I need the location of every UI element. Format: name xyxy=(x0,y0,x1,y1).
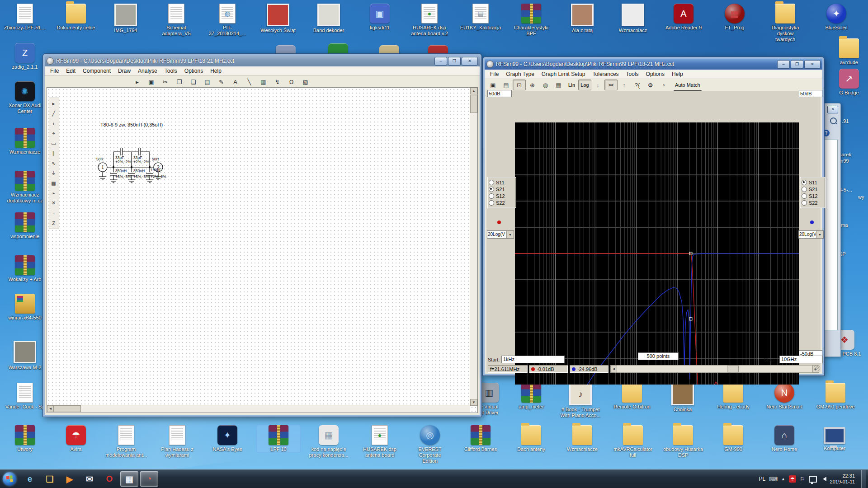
desktop-icon[interactable]: Plan Hadesu z wymiarami xyxy=(156,425,199,458)
close-button[interactable]: ✕ xyxy=(804,60,821,69)
stop-frequency-input[interactable]: 10GHz xyxy=(779,356,823,363)
toolbar-button-paste[interactable]: ❏ xyxy=(187,76,200,87)
menu-item[interactable]: Component xyxy=(79,67,114,75)
tool-button-zoom-out[interactable]: Z xyxy=(49,218,58,228)
desktop-icon[interactable]: Choinka xyxy=(661,383,704,413)
scrollbar-thumb[interactable] xyxy=(470,95,477,113)
menu-item[interactable]: File xyxy=(486,70,502,78)
menu-item[interactable]: Tolerances xyxy=(589,70,623,78)
toolbar-button-copy[interactable]: ❐ xyxy=(173,76,186,87)
desktop-icon[interactable]: Wokalizy + Arb xyxy=(3,255,47,282)
desktop-icon[interactable]: ◎ EVEREST Corporate Edition xyxy=(408,425,452,464)
desktop-icon[interactable]: Ala z tatą xyxy=(561,4,604,33)
horizontal-scrollbar[interactable]: ◄ xyxy=(47,405,470,413)
desktop-icon[interactable]: obudowy Husarka DSP xyxy=(661,425,705,458)
toolbar-button-calculator[interactable]: ▦ xyxy=(257,76,270,87)
desktop-icon[interactable]: Wzmacniacz xyxy=(611,4,655,33)
desktop-icon[interactable]: wspomnienie xyxy=(3,212,47,239)
search-icon[interactable] xyxy=(830,117,837,124)
toolbar-button-run[interactable]: ▸ xyxy=(131,76,144,87)
tool-button-source[interactable]: ⌁ xyxy=(49,188,58,198)
desktop-icon[interactable]: ☂ Avira xyxy=(54,425,98,452)
minimize-button[interactable]: – xyxy=(777,60,790,69)
s-parameter-radio[interactable]: S22 xyxy=(802,199,824,206)
taskbar-app-button-internet-explorer[interactable]: e xyxy=(21,471,39,487)
toolbar-button-zoom-fit[interactable]: >< xyxy=(604,80,618,90)
toolbar-button-cut[interactable]: ✂ xyxy=(159,76,172,87)
desktop-icon[interactable]: ▤ EU1KY_Kalibracja xyxy=(459,4,502,31)
maximize-button[interactable]: ❐ xyxy=(448,57,461,66)
menu-item[interactable]: Help xyxy=(207,67,225,75)
desktop-icon[interactable]: winrar-x64-550 xyxy=(3,294,47,321)
desktop-icon[interactable]: Vander Cook - Sp xyxy=(3,383,47,410)
tool-button-component[interactable]: ▫ xyxy=(49,208,58,218)
schematic-canvas[interactable]: ▸╱+⌖▭∥∿⏚▦⌁✕▫Z T80-6 9 zw. 350nH (0,35uH)… xyxy=(47,87,478,413)
toolbar-button-scale-up[interactable]: ↑ xyxy=(618,80,631,90)
toolbar-button-save-graph[interactable]: ▣ xyxy=(486,80,500,90)
tool-button-delete[interactable]: ✕ xyxy=(49,198,58,208)
start-button[interactable] xyxy=(3,472,16,486)
desktop-icon[interactable]: ● HUSAREK dsp antena board xyxy=(358,425,401,458)
desktop-icon[interactable]: ▦ kod na napięcie pracy kondensa... xyxy=(307,425,350,458)
tool-button-ground[interactable]: ⏚ xyxy=(49,169,58,178)
tool-button-block[interactable]: ▦ xyxy=(49,178,58,188)
toolbar-button-rectangular-plot[interactable]: ⊡ xyxy=(513,80,526,90)
desktop-icon[interactable]: Utwory xyxy=(3,425,47,452)
desktop-icon[interactable]: Z zadig_2.1.1 xyxy=(3,43,47,70)
desktop-icon[interactable]: amp_meter xyxy=(509,383,553,410)
menu-item[interactable]: Help xyxy=(668,70,687,78)
s-parameter-radio[interactable]: S21 xyxy=(489,186,515,192)
volume-icon[interactable] xyxy=(821,477,826,481)
s-parameter-radio[interactable]: S11 xyxy=(802,179,824,186)
tool-button-select[interactable]: ▸ xyxy=(49,99,58,108)
toolbar-button-draw[interactable]: ✎ xyxy=(215,76,228,87)
toolbar-button-tolerances[interactable]: ⚙ xyxy=(644,80,657,90)
desktop-icon[interactable]: avrdude xyxy=(827,38,868,66)
scrollbar-thumb[interactable] xyxy=(54,405,81,412)
points-input[interactable]: 500 points xyxy=(638,352,679,360)
desktop-icon[interactable]: ✦ BlueSoleil xyxy=(815,4,858,31)
menu-item[interactable]: Analyse xyxy=(134,67,161,75)
marker-scrollbar-thumb[interactable] xyxy=(727,366,739,372)
s-parameter-radio[interactable]: S22 xyxy=(489,199,515,206)
desktop-icon[interactable]: mkAVRCalculator full xyxy=(611,425,655,458)
menu-item[interactable]: Options xyxy=(642,70,668,78)
tool-button-capacitor[interactable]: ∥ xyxy=(49,149,58,158)
desktop-icon[interactable]: Diagnostyka dysków twardych xyxy=(764,4,807,42)
network-icon[interactable] xyxy=(809,476,817,483)
scroll-down-icon[interactable]: ▼ xyxy=(470,399,477,406)
marker-scrollbar[interactable]: ◄ ► xyxy=(610,365,819,373)
toolbar-button-smith-chart[interactable]: ⊕ xyxy=(526,80,539,90)
toolbar-button-text[interactable]: A xyxy=(229,76,242,87)
desktop-icon[interactable]: ▦ FT_Prog xyxy=(713,4,756,31)
s-parameter-radio[interactable]: S21 xyxy=(802,186,824,192)
language-indicator[interactable]: PL xyxy=(759,476,766,482)
tool-button-inductor[interactable]: ∿ xyxy=(49,159,58,168)
desktop-icon[interactable]: N Nero StartSmart xyxy=(763,383,806,410)
desktop-icon[interactable]: Dokumenty celne xyxy=(54,4,98,31)
desktop-icon[interactable]: Wesołych Świąt xyxy=(256,4,300,33)
close-button[interactable]: ✕ xyxy=(462,57,478,66)
toolbar-button-limits[interactable]: ?{ xyxy=(631,80,644,90)
clock[interactable]: 22:31 2019-01-11 xyxy=(830,473,855,485)
vertical-scrollbar[interactable]: ▲ ▼ xyxy=(470,88,477,406)
scale-max-right[interactable]: 50dB xyxy=(799,90,822,97)
toolbar-button-print[interactable]: ▤ xyxy=(201,76,214,87)
toolbar-button-linear-scale[interactable]: Lin xyxy=(565,80,578,90)
menu-item[interactable]: Tools xyxy=(623,70,642,78)
toolbar-button-log-scale[interactable]: Log xyxy=(578,80,591,90)
scroll-left-icon[interactable]: ◄ xyxy=(47,405,54,412)
close-icon[interactable]: ✕ xyxy=(827,106,838,113)
start-frequency-input[interactable]: 1kHz xyxy=(501,356,565,363)
desktop-icon[interactable]: Warszawa M-2 xyxy=(3,341,47,371)
tool-button-resistor[interactable]: ▭ xyxy=(49,139,58,148)
toolbar-button-scale-down[interactable]: ↓ xyxy=(591,80,604,90)
tray-expand-icon[interactable]: ▲ xyxy=(781,477,785,481)
desktop-icon[interactable]: Schemat adaptera_V5 xyxy=(155,4,198,37)
toolbar-button-table-view[interactable]: ▦ xyxy=(552,80,565,90)
schematic-title-bar[interactable]: RFSim99 - C:\Users\Bogdan\Desktop\Pliki … xyxy=(45,56,480,66)
toolbar-button-notes[interactable]: ▧ xyxy=(299,76,312,87)
desktop-icon[interactable]: ● HUSAREK dsp antena board v.2 xyxy=(408,4,451,37)
menu-item[interactable]: Options xyxy=(181,67,207,75)
desktop-icon[interactable]: ✺ Xonar DX Audi Center xyxy=(3,81,47,114)
